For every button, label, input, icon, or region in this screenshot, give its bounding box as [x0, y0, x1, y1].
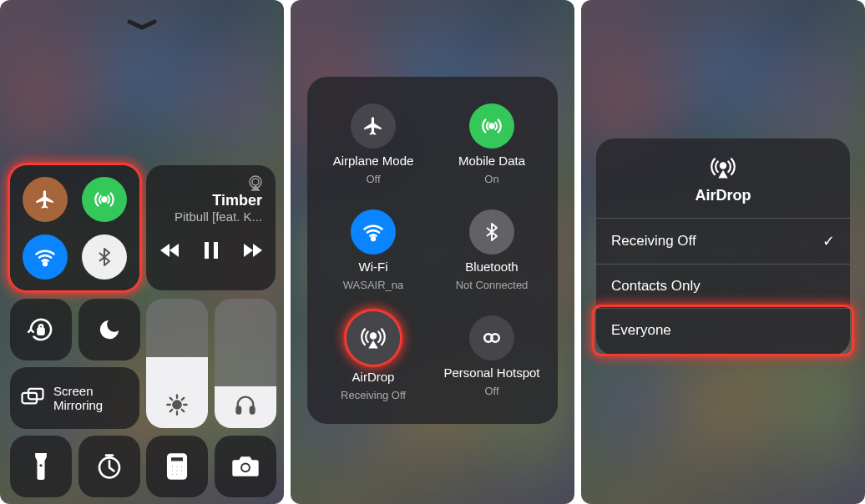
svg-point-1: [43, 262, 47, 265]
airplay-icon[interactable]: [245, 174, 266, 194]
svg-point-20: [176, 469, 179, 471]
headphones-icon: [234, 393, 257, 416]
svg-point-29: [371, 333, 376, 338]
svg-point-12: [39, 464, 42, 466]
svg-point-24: [180, 473, 183, 476]
svg-point-7: [173, 401, 180, 408]
airdrop-option-contacts[interactable]: Contacts Only: [596, 264, 850, 308]
airdrop-item[interactable]: AirDrop Receiving Off: [314, 303, 432, 409]
airdrop-popover: AirDrop Receiving Off ✓ Contacts Only Ev…: [596, 139, 850, 355]
airplane-mode-toggle[interactable]: [23, 177, 68, 222]
control-center-panel: Timber Pitbull [feat. K...: [0, 0, 284, 504]
checkmark-icon: ✓: [822, 232, 835, 250]
svg-point-28: [372, 237, 375, 240]
svg-rect-6: [38, 329, 43, 335]
svg-point-23: [176, 473, 179, 476]
airplane-icon: [351, 103, 396, 149]
svg-point-0: [103, 197, 107, 201]
svg-point-16: [171, 466, 174, 468]
orientation-lock-tile[interactable]: [10, 299, 72, 360]
svg-point-17: [176, 466, 179, 468]
airdrop-option-everyone[interactable]: Everyone: [596, 308, 850, 352]
track-artist: Pitbull [feat. K...: [156, 209, 262, 224]
svg-point-19: [171, 469, 174, 471]
cellular-toggle[interactable]: [82, 177, 127, 222]
svg-point-27: [489, 124, 493, 129]
timer-tile[interactable]: [78, 436, 140, 497]
airdrop-icon: [347, 311, 400, 365]
brightness-icon: [165, 393, 189, 416]
svg-rect-4: [205, 242, 209, 259]
airdrop-title: AirDrop: [596, 187, 850, 204]
svg-rect-9: [250, 406, 255, 413]
svg-rect-5: [214, 242, 218, 259]
rewind-icon[interactable]: [160, 242, 180, 259]
hotspot-icon: [469, 315, 514, 360]
do-not-disturb-tile[interactable]: [78, 299, 140, 360]
connectivity-popover: Airplane Mode Off Mobile Data On Wi-Fi W…: [307, 77, 558, 424]
mirroring-label: Screen Mirroring: [53, 384, 103, 413]
bluetooth-item[interactable]: Bluetooth Not Connected: [432, 198, 551, 304]
airdrop-menu-panel: AirDrop Receiving Off ✓ Contacts Only Ev…: [581, 0, 865, 504]
airplane-mode-item[interactable]: Airplane Mode Off: [314, 92, 432, 198]
svg-point-32: [721, 163, 726, 168]
svg-point-22: [171, 473, 174, 476]
airdrop-option-off[interactable]: Receiving Off ✓: [596, 218, 850, 264]
svg-point-26: [242, 464, 249, 471]
connectivity-popover-panel: Airplane Mode Off Mobile Data On Wi-Fi W…: [291, 0, 574, 504]
cellular-icon: [469, 103, 514, 149]
volume-slider[interactable]: [215, 299, 276, 428]
connectivity-tile[interactable]: [10, 165, 139, 290]
now-playing-tile[interactable]: Timber Pitbull [feat. K...: [146, 165, 276, 290]
wifi-toggle[interactable]: [23, 234, 68, 280]
forward-icon[interactable]: [242, 242, 262, 259]
camera-tile[interactable]: [215, 436, 276, 497]
track-title: Timber: [156, 192, 262, 209]
svg-point-3: [252, 179, 259, 185]
airdrop-icon: [596, 155, 850, 180]
svg-rect-8: [237, 406, 241, 413]
svg-point-21: [180, 469, 183, 471]
mobile-data-item[interactable]: Mobile Data On: [432, 92, 551, 198]
pause-icon[interactable]: [204, 242, 219, 259]
calculator-tile[interactable]: [146, 436, 208, 497]
wifi-icon: [351, 209, 396, 255]
mirroring-icon: [20, 386, 45, 411]
brightness-slider[interactable]: [146, 299, 208, 428]
bluetooth-toggle[interactable]: [82, 234, 127, 280]
hotspot-item[interactable]: Personal Hotspot Off: [432, 303, 551, 409]
svg-point-18: [180, 466, 183, 468]
svg-rect-15: [170, 456, 184, 461]
flashlight-tile[interactable]: [10, 436, 72, 497]
screen-mirroring-tile[interactable]: Screen Mirroring: [10, 367, 139, 429]
wifi-item[interactable]: Wi-Fi WASAIR_na: [314, 198, 432, 304]
dismiss-chevron-icon[interactable]: [124, 18, 159, 32]
bluetooth-icon: [469, 209, 514, 255]
